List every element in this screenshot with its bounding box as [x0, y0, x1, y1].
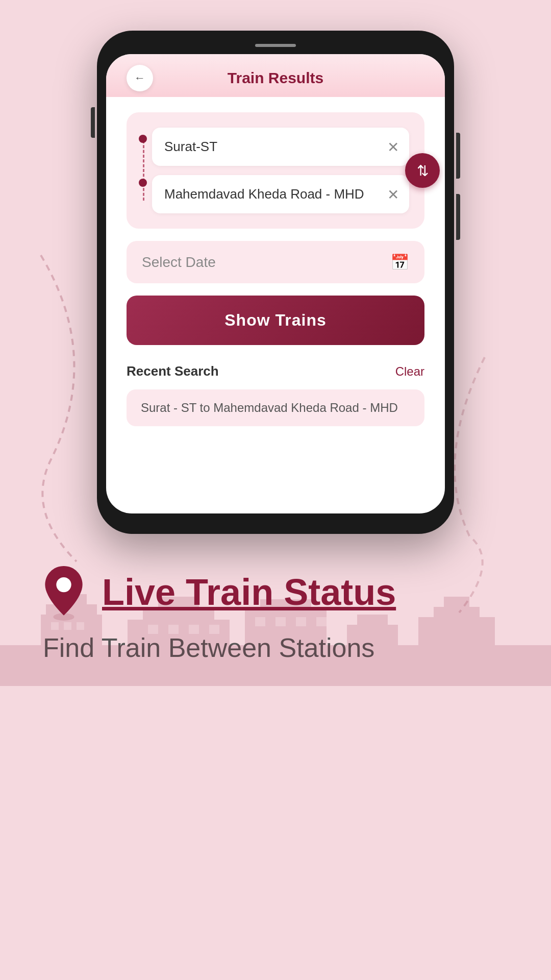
page-title: Train Results — [228, 69, 323, 87]
svg-rect-15 — [444, 597, 469, 609]
back-button[interactable]: ← — [127, 65, 153, 91]
app-content: ✕ ⇅ ✕ Select Date 📅 — [106, 97, 445, 447]
svg-rect-18 — [77, 622, 84, 630]
station-connector-line — [143, 140, 144, 201]
from-station-clear-button[interactable]: ✕ — [387, 138, 399, 155]
bottom-section: Live Train Status Find Train Between Sta… — [0, 534, 551, 686]
drag-handle — [255, 44, 296, 47]
svg-rect-20 — [168, 625, 179, 634]
svg-rect-8 — [158, 597, 199, 609]
swap-stations-button[interactable]: ⇅ — [405, 153, 440, 188]
clear-recent-search-button[interactable]: Clear — [395, 364, 424, 379]
to-station-clear-button[interactable]: ✕ — [387, 186, 399, 203]
train-station-silhouette — [0, 584, 551, 686]
from-station-input[interactable] — [152, 128, 409, 166]
to-station-row: ✕ — [152, 175, 409, 213]
to-station-input[interactable] — [152, 175, 409, 213]
svg-rect-12 — [357, 615, 388, 627]
app-header: ← Train Results — [106, 54, 445, 97]
svg-rect-2 — [0, 645, 551, 686]
recent-search-item[interactable]: Surat - ST to Mahemdavad Kheda Road - MH… — [127, 389, 424, 426]
svg-rect-5 — [56, 594, 87, 607]
recent-search-title: Recent Search — [127, 363, 219, 379]
svg-rect-17 — [64, 622, 71, 630]
recent-search-item-text: Surat - ST to Mahemdavad Kheda Road - MH… — [141, 401, 398, 414]
back-arrow-icon: ← — [134, 71, 145, 85]
svg-rect-9 — [245, 609, 327, 645]
stations-container: ✕ ⇅ ✕ — [127, 112, 424, 229]
svg-rect-26 — [316, 617, 327, 626]
svg-rect-23 — [255, 617, 265, 626]
svg-rect-25 — [296, 617, 306, 626]
show-trains-button[interactable]: Show Trains — [127, 296, 424, 345]
svg-rect-24 — [276, 617, 286, 626]
phone-volume-button — [91, 107, 95, 138]
svg-rect-13 — [418, 617, 495, 645]
svg-rect-10 — [260, 599, 311, 612]
phone-mockup: ← Train Results ✕ — [97, 31, 454, 534]
date-selector[interactable]: Select Date 📅 — [127, 241, 424, 283]
svg-rect-19 — [148, 625, 158, 634]
swap-icon: ⇅ — [417, 162, 429, 179]
phone-screen: ← Train Results ✕ — [106, 54, 445, 513]
phone-power-button-2 — [456, 194, 460, 240]
recent-search-header: Recent Search Clear — [127, 363, 424, 379]
svg-rect-16 — [51, 622, 59, 630]
svg-rect-11 — [347, 625, 398, 645]
from-station-row: ✕ — [152, 128, 409, 166]
from-station-dot — [139, 135, 147, 143]
calendar-icon: 📅 — [390, 253, 409, 271]
phone-power-button — [456, 133, 460, 179]
phone-top-bar — [106, 40, 445, 54]
svg-rect-22 — [209, 625, 219, 634]
to-station-dot — [139, 179, 147, 187]
svg-rect-21 — [189, 625, 199, 634]
date-placeholder-text: Select Date — [142, 254, 216, 271]
